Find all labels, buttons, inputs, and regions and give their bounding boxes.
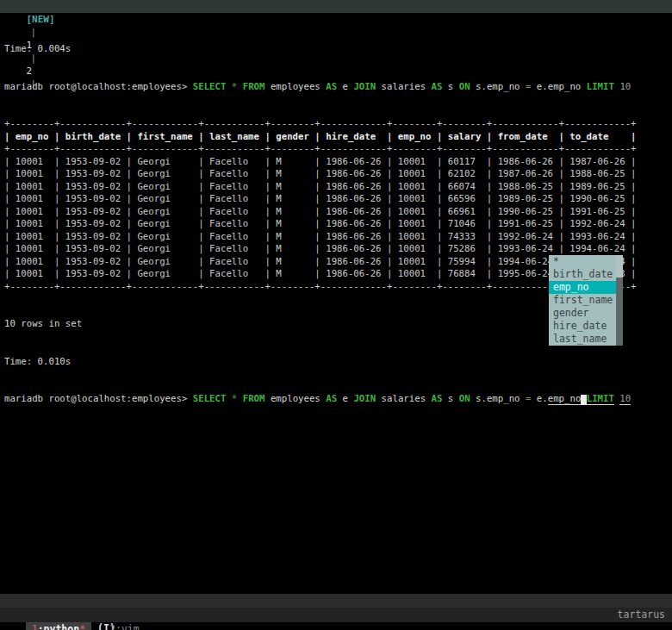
token: ON	[459, 393, 470, 404]
token: emp_no	[548, 393, 582, 405]
token: 10	[619, 81, 631, 92]
completion-item[interactable]: *	[549, 255, 616, 268]
table-border: +--------+------------+------------+----…	[4, 281, 637, 294]
token: AS	[326, 393, 337, 404]
token: ON	[459, 81, 470, 92]
completion-scrollbar[interactable]	[616, 255, 623, 346]
status-window-2[interactable]: 2:vim	[103, 622, 146, 630]
command-input-line[interactable]: mariadb root@localhost:employees> SELECT…	[4, 393, 637, 406]
token: salaries	[376, 393, 431, 404]
token: AS	[326, 81, 337, 92]
token: e.emp_no	[531, 81, 586, 92]
scrollbar-thumb[interactable]	[616, 255, 623, 278]
table-header-row: | emp_no | birth_date | first_name | las…	[4, 131, 637, 144]
table-row: | 10001 | 1953-09-02 | Georgi | Facello …	[4, 193, 637, 206]
window-label-part: :	[38, 623, 44, 630]
window-label-part: :	[115, 623, 121, 630]
table-border: +--------+------------+------------+----…	[4, 143, 637, 156]
token: AS	[432, 81, 443, 92]
terminal-screen: [NEW] | 1 | 2 | Time: 0.004s mariadb roo…	[0, 0, 672, 630]
token: e	[337, 81, 353, 92]
token: SELECT	[193, 81, 227, 92]
window-list: 1:python*2:vim	[24, 623, 146, 630]
token: 10	[619, 393, 631, 405]
token: LIMIT	[587, 81, 614, 92]
completion-item-selected[interactable]: emp_no	[549, 281, 616, 294]
table-row: | 10001 | 1953-09-02 | Georgi | Facello …	[4, 156, 637, 169]
completion-item[interactable]: last_name	[549, 333, 616, 346]
executed-command-line: mariadb root@localhost:employees> SELECT…	[4, 81, 637, 94]
table-row: | 10001 | 1953-09-02 | Georgi | Facello …	[4, 268, 637, 281]
window-label-part: 1	[32, 623, 38, 630]
completion-item[interactable]: gender	[549, 307, 616, 320]
window-label-part: 2	[109, 623, 115, 630]
token: e.	[531, 393, 547, 404]
table-border: +--------+------------+------------+----…	[4, 118, 637, 131]
table-row: | 10001 | 1953-09-02 | Georgi | Facello …	[4, 256, 637, 269]
text-cursor	[581, 395, 586, 405]
completion-item[interactable]: hire_date	[549, 320, 616, 333]
terminal-output: Time: 0.004s mariadb root@localhost:empl…	[4, 18, 637, 431]
token: salaries	[376, 81, 431, 92]
token: mariadb root@localhost:employees>	[4, 81, 193, 92]
table-row: | 10001 | 1953-09-02 | Georgi | Facello …	[4, 231, 637, 244]
token: LIMIT	[587, 393, 614, 405]
table-row: | 10001 | 1953-09-02 | Georgi | Facello …	[4, 206, 637, 219]
token: employees	[264, 81, 326, 92]
token: s.emp_no	[470, 81, 526, 92]
window-label-part: vim	[121, 623, 140, 630]
result-table: +--------+------------+------------+----…	[4, 118, 637, 293]
table-row: | 10001 | 1953-09-02 | Georgi | Facello …	[4, 168, 637, 181]
hostname-label: tartarus	[618, 608, 665, 622]
token: JOIN	[353, 393, 376, 404]
window-tab-bar: [NEW] | 1 | 2 |	[0, 0, 672, 13]
token: mariadb root@localhost:employees>	[4, 393, 193, 404]
token: s	[442, 81, 458, 92]
completion-item[interactable]: birth_date	[549, 268, 616, 281]
query-time-1: Time: 0.004s	[4, 43, 637, 56]
active-window-flag: *	[79, 623, 85, 630]
token: FROM	[243, 81, 265, 92]
completion-list: *birth_dateemp_nofirst_namegenderhire_da…	[549, 255, 616, 346]
token: AS	[432, 393, 443, 404]
token: s	[442, 393, 458, 404]
window-label-part: python	[44, 623, 80, 630]
table-row: | 10001 | 1953-09-02 | Georgi | Facello …	[4, 218, 637, 231]
token: employees	[264, 393, 326, 404]
query-time-2: Time: 0.010s	[4, 356, 637, 369]
mycli-toolbar: [F3] Multiline: OFF Vi-mode (I)	[0, 594, 672, 608]
completion-dropdown: *birth_dateemp_nofirst_namegenderhire_da…	[549, 255, 623, 346]
token: s.emp_no	[470, 393, 526, 404]
table-row: | 10001 | 1953-09-02 | Georgi | Facello …	[4, 243, 637, 256]
token: JOIN	[353, 81, 376, 92]
tmux-status-bar: 1:python*2:vim tartarus	[0, 608, 672, 622]
token: e	[337, 393, 353, 404]
status-window-1[interactable]: 1:python*	[26, 622, 91, 630]
table-row: | 10001 | 1953-09-02 | Georgi | Facello …	[4, 181, 637, 194]
token: SELECT	[193, 393, 227, 404]
completion-item[interactable]: first_name	[549, 294, 616, 307]
rows-in-set-status: 10 rows in set	[4, 318, 637, 331]
token: FROM	[243, 393, 265, 404]
